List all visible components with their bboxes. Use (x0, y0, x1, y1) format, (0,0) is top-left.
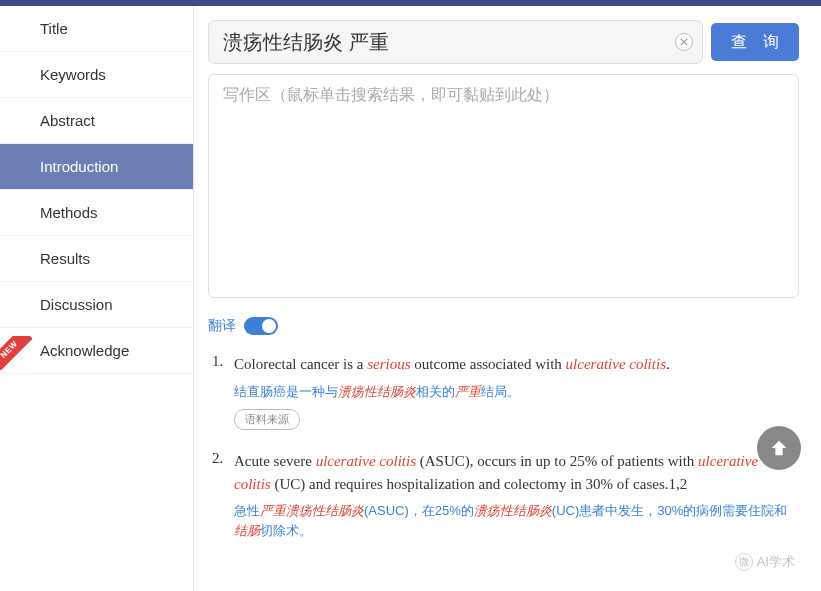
writing-area[interactable] (208, 74, 799, 298)
search-input[interactable] (208, 20, 703, 64)
nav-introduction[interactable]: Introduction (0, 144, 193, 190)
result-item[interactable]: 1. Colorectal cancer is a serious outcom… (212, 353, 795, 430)
result-chinese: 结直肠癌是一种与溃疡性结肠炎相关的严重结局。 (234, 382, 795, 402)
watermark: 微 AI学术 (735, 553, 795, 571)
nav-keywords[interactable]: Keywords (0, 52, 193, 98)
clear-button[interactable] (675, 33, 693, 51)
arrow-up-icon (768, 437, 790, 459)
nav-title[interactable]: Title (0, 6, 193, 52)
close-icon (680, 38, 688, 46)
query-button[interactable]: 查 询 (711, 23, 799, 61)
result-english: Colorectal cancer is a serious outcome a… (234, 353, 795, 376)
nav-abstract[interactable]: Abstract (0, 98, 193, 144)
result-number: 2. (212, 450, 234, 540)
result-chinese: 急性严重溃疡性结肠炎(ASUC)，在25%的溃疡性结肠炎(UC)患者中发生，30… (234, 501, 795, 540)
source-button[interactable]: 语料来源 (234, 409, 300, 430)
sidebar: Title Keywords Abstract Introduction Met… (0, 6, 194, 591)
result-english: Acute severe ulcerative colitis (ASUC), … (234, 450, 795, 495)
nav-methods[interactable]: Methods (0, 190, 193, 236)
result-number: 1. (212, 353, 234, 430)
translate-toggle[interactable] (244, 317, 278, 335)
translate-label: 翻译 (208, 317, 236, 335)
results-list: 1. Colorectal cancer is a serious outcom… (208, 353, 799, 540)
nav-discussion[interactable]: Discussion (0, 282, 193, 328)
result-item[interactable]: 2. Acute severe ulcerative colitis (ASUC… (212, 450, 795, 540)
nav-acknowledge[interactable]: Acknowledge (0, 328, 193, 374)
wechat-icon: 微 (735, 553, 753, 571)
nav-results[interactable]: Results (0, 236, 193, 282)
scroll-top-button[interactable] (757, 426, 801, 470)
main-content: 查 询 翻译 1. Colorectal cancer is a serious… (194, 6, 821, 591)
